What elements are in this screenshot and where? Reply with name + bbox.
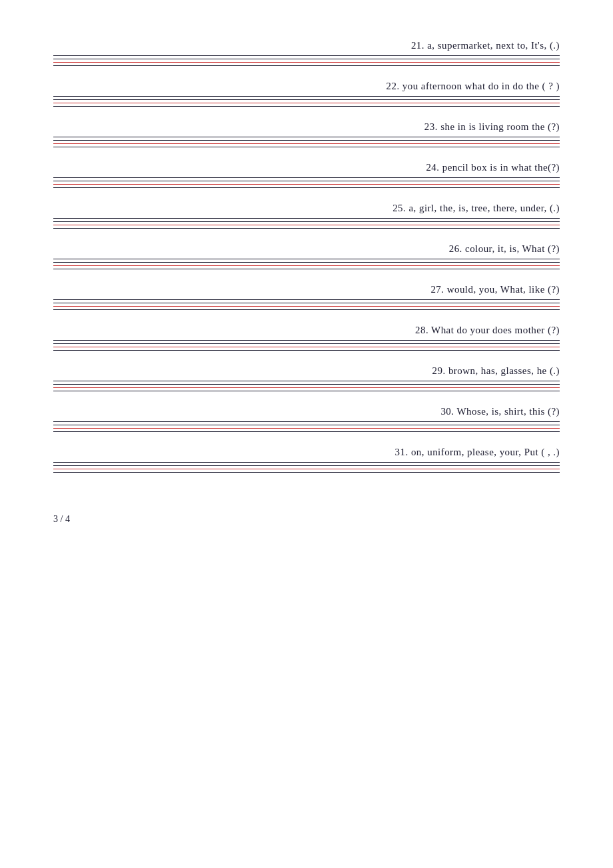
writing-lines-23 — [53, 137, 560, 150]
exercise-prompt-27: 27. would, you, What, like (?) — [53, 284, 560, 295]
exercise-item-30: 30. Whose, is, shirt, this (?) — [53, 406, 560, 435]
exercise-item-22: 22. you afternoon what do in do the ( ? … — [53, 81, 560, 109]
exercise-container: 21. a, supermarket, next to, It's, (.)22… — [53, 40, 560, 487]
line-29-0 — [53, 381, 560, 381]
writing-lines-26 — [53, 259, 560, 272]
line-29-3 — [53, 391, 560, 391]
line-26-0 — [53, 259, 560, 259]
page-number: 3 / 4 — [53, 514, 70, 524]
exercise-item-29: 29. brown, has, glasses, he (.) — [53, 365, 560, 394]
line-24-1 — [53, 181, 560, 181]
line-31-3 — [53, 472, 560, 473]
line-25-3 — [53, 228, 560, 229]
page-footer: 3 / 4 — [53, 514, 560, 525]
line-22-3 — [53, 106, 560, 107]
line-30-0 — [53, 421, 560, 422]
exercise-prompt-21: 21. a, supermarket, next to, It's, (.) — [53, 40, 560, 51]
exercise-prompt-25: 25. a, girl, the, is, tree, there, under… — [53, 203, 560, 214]
exercise-item-25: 25. a, girl, the, is, tree, there, under… — [53, 203, 560, 231]
line-27-3 — [53, 309, 560, 310]
line-23-0 — [53, 137, 560, 137]
exercise-item-31: 31. on, uniform, please, your, Put ( , .… — [53, 447, 560, 475]
line-23-3 — [53, 147, 560, 147]
line-23-2 — [53, 143, 560, 144]
line-30-3 — [53, 431, 560, 432]
writing-lines-30 — [53, 421, 560, 435]
line-29-2 — [53, 387, 560, 388]
exercise-prompt-29: 29. brown, has, glasses, he (.) — [53, 365, 560, 377]
line-27-2 — [53, 306, 560, 307]
line-26-1 — [53, 262, 560, 263]
exercise-item-26: 26. colour, it, is, What (?) — [53, 243, 560, 272]
exercise-prompt-26: 26. colour, it, is, What (?) — [53, 243, 560, 255]
line-28-1 — [53, 343, 560, 344]
line-24-3 — [53, 187, 560, 188]
exercise-prompt-24: 24. pencil box is in what the(?) — [53, 162, 560, 173]
line-31-2 — [53, 469, 560, 469]
line-29-1 — [53, 384, 560, 385]
writing-lines-27 — [53, 299, 560, 313]
line-28-2 — [53, 347, 560, 347]
exercise-prompt-23: 23. she in is living room the (?) — [53, 121, 560, 133]
line-24-0 — [53, 177, 560, 178]
exercise-prompt-28: 28. What do your does mother (?) — [53, 325, 560, 336]
line-21-1 — [53, 59, 560, 59]
line-24-2 — [53, 184, 560, 185]
exercise-prompt-30: 30. Whose, is, shirt, this (?) — [53, 406, 560, 417]
line-27-0 — [53, 299, 560, 300]
line-25-2 — [53, 225, 560, 225]
exercise-item-21: 21. a, supermarket, next to, It's, (.) — [53, 40, 560, 69]
writing-lines-24 — [53, 177, 560, 191]
line-22-0 — [53, 96, 560, 97]
writing-lines-31 — [53, 462, 560, 475]
line-21-3 — [53, 65, 560, 66]
line-22-1 — [53, 99, 560, 100]
line-26-2 — [53, 265, 560, 266]
writing-lines-28 — [53, 340, 560, 353]
line-22-2 — [53, 103, 560, 103]
line-31-0 — [53, 462, 560, 463]
writing-lines-29 — [53, 381, 560, 394]
line-27-1 — [53, 303, 560, 303]
line-25-1 — [53, 221, 560, 222]
line-30-1 — [53, 425, 560, 425]
line-25-0 — [53, 218, 560, 219]
line-21-0 — [53, 55, 560, 56]
exercise-prompt-31: 31. on, uniform, please, your, Put ( , .… — [53, 447, 560, 458]
line-28-0 — [53, 340, 560, 341]
line-30-2 — [53, 428, 560, 429]
writing-lines-25 — [53, 218, 560, 231]
exercise-item-28: 28. What do your does mother (?) — [53, 325, 560, 353]
exercise-prompt-22: 22. you afternoon what do in do the ( ? … — [53, 81, 560, 92]
line-23-1 — [53, 140, 560, 141]
writing-lines-21 — [53, 55, 560, 69]
exercise-item-24: 24. pencil box is in what the(?) — [53, 162, 560, 191]
line-21-2 — [53, 62, 560, 63]
writing-lines-22 — [53, 96, 560, 109]
line-26-3 — [53, 269, 560, 269]
exercise-item-27: 27. would, you, What, like (?) — [53, 284, 560, 313]
line-31-1 — [53, 465, 560, 466]
line-28-3 — [53, 350, 560, 351]
exercise-item-23: 23. she in is living room the (?) — [53, 121, 560, 150]
